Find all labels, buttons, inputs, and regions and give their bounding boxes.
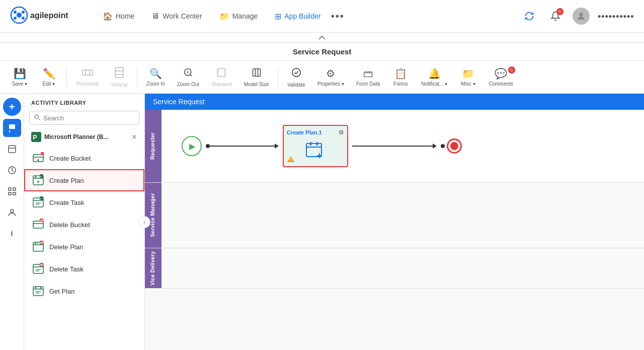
bell-icon-btn[interactable]: 0 (546, 7, 565, 25)
user-avatar[interactable] (573, 8, 590, 25)
library-item-delete-plan[interactable]: Delete Plan (24, 236, 144, 258)
flow-end-node[interactable] (447, 138, 462, 154)
nav-workcenter[interactable]: 🖥 Work Center (144, 8, 209, 25)
toolbar-edit[interactable]: ✏️ Edit ▾ (35, 65, 62, 89)
library-list: Create Bucket Create Plan (24, 145, 144, 350)
toolbar-forms[interactable]: 📋 Forms (387, 65, 414, 89)
edit-label: Edit ▾ (42, 81, 55, 87)
modelsize-label: Model Size (244, 82, 269, 87)
more-button[interactable]: ••• (331, 11, 345, 22)
svg-point-7 (579, 13, 583, 16)
library-item-create-task[interactable]: Create Task (24, 191, 144, 214)
toolbar-misc[interactable]: 📁 Misc ▾ (455, 65, 482, 89)
process-header: Service Request (145, 94, 644, 110)
sidebar-info-btn[interactable]: i (3, 225, 21, 243)
activity-title: ACTIVITY LIBRARY (31, 100, 86, 106)
toolbar-sep-1 (66, 67, 67, 87)
toolbar-sep-3 (278, 67, 278, 87)
toolbar-vertical[interactable]: Vertical (106, 65, 133, 90)
zoomin-icon: 🔍 (149, 67, 162, 80)
formdata-icon: 🗃 (363, 68, 373, 80)
horizontal-icon (82, 68, 93, 80)
validate-icon (291, 67, 302, 81)
toolbar-save[interactable]: 💾 Save ▾ (6, 65, 33, 89)
toolbar-formdata[interactable]: 🗃 Form Data (351, 66, 385, 89)
user-name[interactable]: ●●●●●●●●●● (598, 13, 634, 20)
library-item-get-plan[interactable]: Get Plan (24, 280, 144, 302)
add-activity-button[interactable]: + (3, 98, 21, 116)
svg-rect-56 (40, 196, 43, 200)
forms-icon: 📋 (394, 67, 407, 80)
toolbar-modelsize[interactable]: Model Size (239, 65, 274, 89)
standard-label: Standard (211, 82, 232, 87)
svg-point-80 (35, 287, 37, 289)
svg-point-2 (14, 11, 17, 14)
delete-plan-label: Delete Plan (49, 243, 83, 251)
category-label: Microsoft Planner (B... (44, 133, 108, 141)
toolbar-standard[interactable]: Standard (206, 65, 237, 89)
nav-home[interactable]: 🏠 Home (96, 8, 141, 25)
svg-point-92 (290, 161, 291, 162)
create-plan-label: Create Plan (49, 177, 84, 184)
library-item-delete-task[interactable]: Delete Task (24, 258, 144, 280)
nav-appbuilder[interactable]: ⊞ App Builder (268, 8, 328, 25)
comments-label: Comments (489, 81, 513, 87)
toolbar-zoomin[interactable]: 🔍 Zoom In (141, 65, 170, 89)
nav-collapse-toggle[interactable] (0, 33, 644, 43)
zoomin-label: Zoom In (146, 81, 165, 87)
svg-text:agilepoint: agilepoint (30, 11, 68, 20)
library-item-create-plan[interactable]: Create Plan (24, 169, 144, 191)
sidebar-grid-btn[interactable] (3, 182, 21, 200)
flow-task-create-plan[interactable]: Create Plan.1 ⚙ (283, 125, 348, 167)
flow-start-node[interactable]: ▶ (182, 136, 202, 156)
create-bucket-label: Create Bucket (49, 155, 91, 162)
nav-manage[interactable]: 📁 Manage (212, 8, 265, 25)
svg-rect-11 (115, 67, 123, 78)
vertical-icon (115, 67, 124, 81)
svg-point-47 (35, 176, 37, 178)
library-item-create-bucket[interactable]: Create Bucket (24, 147, 144, 169)
flow-task-title: Create Plan.1 (287, 129, 322, 135)
panel-collapse-toggle[interactable]: ‹ (138, 216, 150, 228)
toolbar-zoomout[interactable]: Zoom Out (172, 65, 204, 89)
notification-badge: 0 (556, 8, 564, 15)
svg-rect-22 (9, 124, 15, 129)
zoomout-label: Zoom Out (177, 82, 199, 87)
canvas-area[interactable]: Service Request Requester ▶ (145, 94, 644, 350)
toolbar-comments[interactable]: 💬 Comments 0 (484, 65, 518, 89)
swimlane-service-manager-content (160, 183, 644, 248)
sidebar-flag-btn[interactable] (3, 119, 21, 137)
svg-rect-24 (9, 146, 16, 153)
toolbar-validate[interactable]: Validate (282, 65, 310, 90)
close-category-button[interactable]: ✕ (131, 133, 137, 141)
activity-header: ACTIVITY LIBRARY (24, 94, 144, 109)
sidebar-box-btn[interactable] (3, 140, 21, 158)
toolbar-notifications[interactable]: 🔔 Notificat... ▾ (416, 65, 452, 89)
search-box[interactable] (29, 111, 139, 125)
toolbar-horizontal[interactable]: Horizontal (71, 66, 104, 89)
sidebar-clock-btn[interactable] (3, 161, 21, 179)
category-name: P Microsoft Planner (B... (31, 132, 108, 142)
edit-icon: ✏️ (43, 67, 55, 80)
logo[interactable]: agilepoint (10, 6, 75, 26)
main-layout: + i ACTIVITY LIBRARY (0, 94, 644, 350)
library-item-delete-bucket[interactable]: Delete Bucket (24, 214, 144, 236)
swimlane-service-delivery-content (160, 248, 644, 288)
gear-icon[interactable]: ⚙ (339, 129, 344, 136)
toolbar-properties[interactable]: ⚙ Properties ▾ (312, 65, 349, 89)
sidebar-person-btn[interactable] (3, 203, 21, 222)
svg-rect-59 (33, 221, 43, 228)
svg-point-66 (35, 243, 37, 244)
svg-rect-29 (9, 192, 11, 195)
refresh-icon-btn[interactable] (520, 7, 538, 25)
service-title: Service Request (293, 47, 352, 56)
search-input[interactable] (43, 114, 135, 122)
flow-task-header: Create Plan.1 ⚙ (287, 129, 344, 136)
delete-task-label: Delete Task (49, 265, 84, 273)
home-icon: 🏠 (103, 12, 113, 21)
toolbar: 💾 Save ▾ ✏️ Edit ▾ Horizontal Vertical 🔍… (0, 61, 644, 94)
horizontal-label: Horizontal (76, 81, 99, 87)
svg-text:P: P (33, 133, 37, 141)
svg-rect-78 (33, 287, 43, 296)
folder-icon: 📁 (219, 12, 229, 21)
